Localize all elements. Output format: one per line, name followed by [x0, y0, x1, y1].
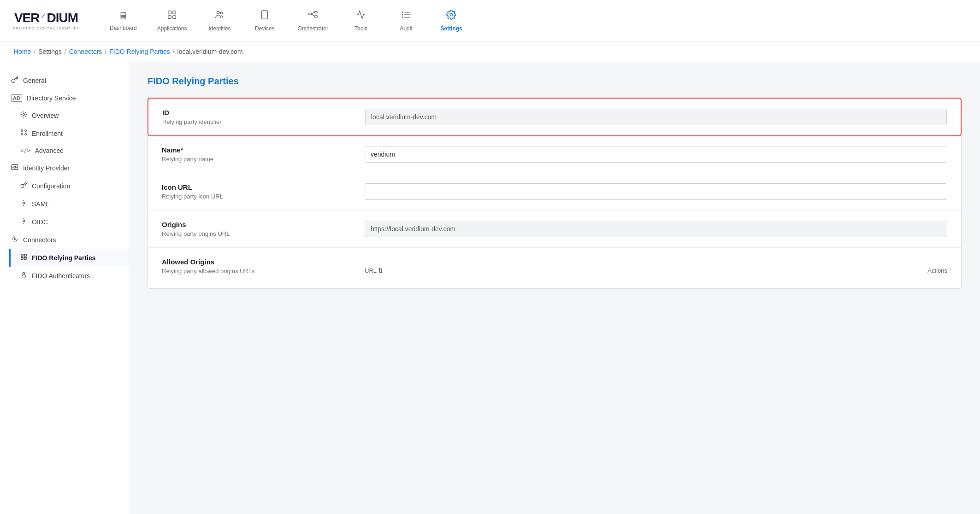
svg-rect-1 — [173, 11, 176, 13]
dashboard-icon: 🖥 — [118, 10, 128, 22]
nav-item-audit[interactable]: Audit — [385, 5, 427, 36]
oidc-icon — [20, 217, 27, 226]
svg-point-19 — [450, 13, 453, 16]
breadcrumb-connectors[interactable]: Connectors — [69, 48, 102, 55]
key-icon — [11, 76, 18, 85]
origins-field-desc: Relying party origins URL — [162, 230, 355, 237]
sidebar-item-saml[interactable]: SAML — [9, 195, 129, 213]
svg-rect-2 — [168, 15, 171, 18]
logo-text: VER — [14, 11, 40, 25]
connectors-icon — [11, 235, 18, 244]
sidebar-item-fido-authenticators[interactable]: FIDO Authenticators — [9, 267, 129, 285]
fido-auth-icon — [20, 271, 27, 280]
devices-icon — [260, 10, 270, 23]
sidebar-item-oidc[interactable]: OIDC — [9, 213, 129, 231]
field-input-area-name — [365, 146, 947, 163]
saml-icon — [20, 199, 27, 208]
svg-line-11 — [311, 12, 314, 14]
sidebar-item-directory-service[interactable]: AD Directory Service — [0, 90, 129, 106]
name-input[interactable] — [365, 146, 947, 163]
breadcrumb-sep-4: / — [173, 48, 175, 55]
allowed-origins-table: URL ⇅ Actions — [365, 263, 947, 278]
page-title: FIDO Relying Parties — [148, 76, 962, 87]
svg-point-21 — [23, 114, 25, 116]
sidebar-label-advanced: Advanced — [35, 147, 64, 154]
form-row-name: Name* Relying party name — [148, 136, 961, 173]
form-row-icon-url: Icon URL Relying party icon URL — [148, 173, 961, 210]
breadcrumb: Home / Settings / Connectors / FIDO Rely… — [0, 41, 980, 62]
icon-url-field-desc: Relying party icon URL — [162, 193, 355, 200]
svg-point-36 — [23, 273, 25, 275]
main-layout: General AD Directory Service Overview En… — [0, 62, 980, 514]
field-label-area-allowed-origins: Allowed Origins Relying party allowed or… — [162, 258, 355, 275]
breadcrumb-domain: local.veridium-dev.com — [177, 48, 243, 55]
svg-point-20 — [12, 79, 15, 82]
name-field-label: Name* — [162, 146, 355, 154]
sidebar-label-directory-service: Directory Service — [27, 94, 76, 102]
nav-item-settings[interactable]: Settings — [431, 5, 472, 36]
sidebar-label-identity-provider: Identity Provider — [23, 164, 70, 172]
sidebar-item-advanced[interactable]: </> Advanced — [9, 142, 129, 159]
allowed-origins-desc: Relying party allowed origins URLs — [162, 268, 355, 275]
sidebar-item-enrollment[interactable]: Enrollment — [9, 124, 129, 142]
svg-point-18 — [402, 17, 403, 18]
sidebar-item-overview[interactable]: Overview — [9, 106, 129, 124]
icon-url-input[interactable] — [365, 183, 947, 200]
id-input — [365, 109, 947, 125]
svg-rect-25 — [25, 134, 26, 135]
allowed-origins-label: Allowed Origins — [162, 258, 355, 266]
logo-mark: VER ✓ DIUM — [14, 11, 78, 25]
svg-rect-35 — [24, 257, 26, 259]
id-field-label: ID — [162, 109, 356, 117]
sidebar-label-fido-relying-parties: FIDO Relying Parties — [32, 254, 95, 262]
svg-rect-8 — [309, 13, 312, 15]
identities-icon — [214, 10, 224, 23]
sidebar-item-configuration[interactable]: Configuration — [9, 177, 129, 195]
logo-checkmark-icon: ✓ — [41, 12, 46, 20]
audit-icon — [401, 10, 411, 23]
nav-item-devices[interactable]: Devices — [244, 5, 285, 36]
sidebar-sub-directory: Overview Enrollment </> Advanced — [0, 106, 129, 159]
form-row-allowed-origins: Allowed Origins Relying party allowed or… — [148, 248, 961, 288]
top-navigation: VER ✓ DIUM TRUSTED DIGITAL IDENTITY 🖥 Da… — [0, 0, 980, 41]
main-content: FIDO Relying Parties ID Relying party id… — [129, 62, 980, 514]
breadcrumb-fido-relying-parties[interactable]: FIDO Relying Parties — [109, 48, 170, 55]
field-input-area-allowed-origins: URL ⇅ Actions — [365, 258, 947, 278]
svg-point-17 — [402, 14, 403, 15]
svg-point-31 — [14, 239, 16, 240]
nav-item-tools[interactable]: Tools — [340, 5, 382, 36]
breadcrumb-home[interactable]: Home — [14, 48, 31, 55]
svg-point-28 — [21, 184, 24, 187]
id-field-desc: Relying party identifier — [162, 118, 356, 125]
field-input-area-icon-url — [365, 183, 947, 200]
nav-item-identities[interactable]: Identities — [199, 5, 240, 36]
nav-item-orchestrator[interactable]: Orchestrator — [289, 5, 337, 36]
svg-point-5 — [221, 12, 223, 14]
col-url-header[interactable]: URL ⇅ — [365, 267, 383, 274]
svg-rect-0 — [168, 11, 171, 13]
orchestrator-icon — [308, 10, 318, 23]
form-row-id: ID Relying party identifier — [148, 98, 962, 136]
svg-point-16 — [402, 12, 403, 12]
field-label-area-icon-url: Icon URL Relying party icon URL — [162, 183, 355, 200]
svg-rect-23 — [25, 130, 26, 131]
sidebar-item-general[interactable]: General — [0, 71, 129, 90]
nav-item-applications[interactable]: Applications — [149, 5, 195, 36]
svg-rect-34 — [21, 257, 23, 259]
applications-icon — [167, 10, 177, 23]
nav-item-dashboard[interactable]: 🖥 Dashboard — [101, 6, 145, 36]
svg-rect-10 — [314, 15, 317, 17]
sidebar-label-fido-authenticators: FIDO Authenticators — [32, 272, 90, 280]
sidebar-item-identity-provider[interactable]: Identity Provider — [0, 159, 129, 177]
svg-rect-6 — [262, 10, 268, 18]
sidebar-label-saml: SAML — [32, 200, 49, 208]
sidebar-item-fido-relying-parties[interactable]: FIDO Relying Parties — [9, 249, 129, 267]
logo-area[interactable]: VER ✓ DIUM TRUSTED DIGITAL IDENTITY — [9, 11, 83, 30]
form-row-origins: Origins Relying party origins URL — [148, 210, 961, 248]
field-label-area-origins: Origins Relying party origins URL — [162, 221, 355, 237]
svg-point-29 — [23, 202, 25, 204]
sidebar: General AD Directory Service Overview En… — [0, 62, 129, 514]
svg-point-4 — [217, 11, 220, 14]
svg-rect-32 — [21, 254, 23, 256]
sidebar-item-connectors[interactable]: Connectors — [0, 231, 129, 249]
